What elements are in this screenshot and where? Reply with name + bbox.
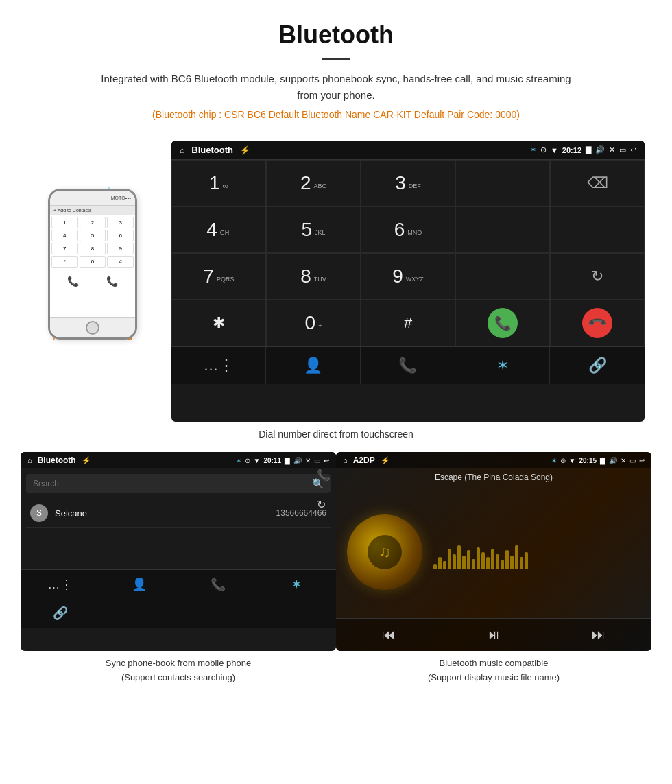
dial-key-4[interactable]: 4GHI <box>171 206 266 253</box>
contacts-signal-icon: ▼ <box>254 457 261 464</box>
dial-key-3[interactable]: 3DEF <box>361 160 455 206</box>
music-controls: ⏮ ⏯ ⏭ <box>336 618 651 651</box>
contact-avatar: S <box>30 504 48 522</box>
phone-home-button[interactable] <box>86 321 99 335</box>
phone-key-star[interactable]: * <box>51 256 78 268</box>
home-icon[interactable]: ⌂ <box>180 145 184 155</box>
phone-keypad: 1 2 3 4 5 6 7 8 9 * 0 # <box>50 215 135 269</box>
dial-empty-1 <box>455 160 550 206</box>
call-red-icon[interactable]: 📞 <box>576 302 619 344</box>
contacts-bottom-nav: …⋮ 👤 📞 ✶ 🔗 <box>21 569 336 628</box>
dial-key-7[interactable]: 7PQRS <box>171 253 266 300</box>
music-bt-icon: ✶ <box>551 457 557 464</box>
spectrum-bar <box>477 547 480 569</box>
camera-icon[interactable]: ▇ <box>586 145 591 154</box>
dial-key-6[interactable]: 6MNO <box>361 206 455 253</box>
nav-phone[interactable]: 📞 <box>361 347 455 384</box>
contacts-vol-icon[interactable]: 🔊 <box>293 457 302 464</box>
contacts-item: ⌂ Bluetooth ⚡ ✶ ⊙ ▼ 20:11 ▇ 🔊 ✕ ▭ ↩ <box>21 452 336 685</box>
music-status-bar: ⌂ A2DP ⚡ ✶ ⊙ ▼ 20:15 ▇ 🔊 ✕ ▭ ↩ <box>336 452 651 468</box>
dial-time: 20:12 <box>562 146 581 154</box>
nav-contacts[interactable]: 👤 <box>266 347 361 384</box>
contacts-side-icons: 🔍 📞 ↻ <box>317 452 331 511</box>
dial-key-star[interactable]: ✱ <box>171 300 266 346</box>
music-screen: ⌂ A2DP ⚡ ✶ ⊙ ▼ 20:15 ▇ 🔊 ✕ ▭ ↩ <box>336 452 651 651</box>
dial-key-hash[interactable]: # <box>361 300 455 346</box>
phone-key-8[interactable]: 8 <box>80 243 106 254</box>
phone-key-hash[interactable]: # <box>107 256 134 268</box>
music-vol-icon[interactable]: 🔊 <box>609 457 617 464</box>
spectrum-bar <box>453 554 456 569</box>
music-home-icon[interactable]: ⌂ <box>343 456 348 464</box>
call-green-icon[interactable]: 📞 <box>488 308 518 338</box>
phone-device: MOTO ••• + Add to Contacts 1 2 3 4 5 6 7… <box>48 189 137 340</box>
phone-key-9[interactable]: 9 <box>107 243 134 254</box>
music-cam-icon[interactable]: ▇ <box>600 457 605 464</box>
header-specs: (Bluetooth chip : CSR BC6 Default Blueto… <box>14 109 658 120</box>
contacts-time: 20:11 <box>263 457 281 464</box>
music-prev[interactable]: ⏮ <box>336 619 441 651</box>
contacts-status-bar: ⌂ Bluetooth ⚡ ✶ ⊙ ▼ 20:11 ▇ 🔊 ✕ ▭ ↩ <box>21 452 336 468</box>
phone-key-0[interactable]: 0 <box>80 256 106 268</box>
music-play-pause[interactable]: ⏯ <box>441 619 546 651</box>
contacts-nav-phone[interactable]: 📞 <box>178 570 257 599</box>
spectrum-bar <box>472 559 475 569</box>
dial-empty-3 <box>550 206 645 253</box>
dial-key-2[interactable]: 2ABC <box>266 160 361 206</box>
phone-container: ✶ MOTO ••• + Add to Contacts 1 2 3 4 5 <box>27 141 158 342</box>
dial-empty-2 <box>455 206 550 253</box>
nav-grid[interactable]: …⋮ <box>171 347 266 384</box>
music-recent-icon[interactable]: ▭ <box>629 457 636 464</box>
search-placeholder[interactable]: Search <box>33 479 312 488</box>
dial-backspace[interactable]: ⌫ <box>550 160 645 206</box>
music-close-icon[interactable]: ✕ <box>621 457 626 464</box>
dial-key-5[interactable]: 5JKL <box>266 206 361 253</box>
music-loc-icon: ⊙ <box>560 457 566 464</box>
dial-call-green[interactable]: 📞 <box>455 300 550 346</box>
phone-key-6[interactable]: 6 <box>107 230 134 241</box>
dial-key-9[interactable]: 9WXYZ <box>361 253 455 300</box>
recent-icon[interactable]: ▭ <box>619 145 626 154</box>
dial-key-1[interactable]: 1∞ <box>171 160 266 206</box>
music-back-icon[interactable]: ↩ <box>639 457 645 464</box>
spectrum-bar <box>467 550 470 569</box>
phone-action-row: 📞 📞 <box>50 272 135 290</box>
contacts-nav-link[interactable]: 🔗 <box>21 599 99 628</box>
volume-icon[interactable]: 🔊 <box>595 145 605 154</box>
phone-key-5[interactable]: 5 <box>80 230 106 241</box>
music-screen-inner: ⌂ A2DP ⚡ ✶ ⊙ ▼ 20:15 ▇ 🔊 ✕ ▭ ↩ <box>336 452 651 651</box>
signal-icon: ▼ <box>551 146 558 154</box>
contacts-nav-grid[interactable]: …⋮ <box>21 570 99 599</box>
contacts-side-refresh-icon[interactable]: ↻ <box>317 498 331 511</box>
dial-refresh[interactable]: ↻ <box>550 253 645 300</box>
contacts-loc-icon: ⊙ <box>245 457 250 464</box>
page-title: Bluetooth <box>14 21 658 49</box>
phone-key-4[interactable]: 4 <box>51 230 78 241</box>
contacts-cam-icon[interactable]: ▇ <box>285 457 290 464</box>
contacts-nav-user[interactable]: 👤 <box>99 570 178 599</box>
contacts-close-icon[interactable]: ✕ <box>305 457 311 464</box>
phone-key-2[interactable]: 2 <box>80 217 106 228</box>
music-title-label: A2DP <box>353 455 375 465</box>
dial-key-8[interactable]: 8TUV <box>266 253 361 300</box>
phone-key-1[interactable]: 1 <box>51 217 78 228</box>
contacts-nav-bt[interactable]: ✶ <box>257 570 336 599</box>
close-icon[interactable]: ✕ <box>609 145 615 154</box>
spectrum-bar <box>448 549 451 569</box>
nav-bluetooth[interactable]: ✶ <box>455 347 550 384</box>
music-next[interactable]: ⏭ <box>547 619 651 651</box>
phone-key-3[interactable]: 3 <box>107 217 134 228</box>
contacts-home-icon[interactable]: ⌂ <box>27 456 32 464</box>
music-spectrum <box>433 535 640 569</box>
dial-key-0[interactable]: 0+ <box>266 300 361 346</box>
nav-link[interactable]: 🔗 <box>550 347 645 384</box>
contacts-side-phone-icon[interactable]: 📞 <box>317 468 331 482</box>
contact-row[interactable]: S Seicane 13566664466 <box>26 499 331 528</box>
back-icon[interactable]: ↩ <box>630 145 636 154</box>
contacts-bt-icon: ✶ <box>236 457 241 464</box>
bt-illustration: ✶ MOTO ••• + Add to Contacts 1 2 3 4 5 <box>48 168 137 326</box>
spectrum-bar <box>457 545 461 569</box>
phone-key-7[interactable]: 7 <box>51 243 78 254</box>
dial-screen-title: Bluetooth <box>191 145 233 155</box>
dial-call-red[interactable]: 📞 <box>550 300 645 346</box>
